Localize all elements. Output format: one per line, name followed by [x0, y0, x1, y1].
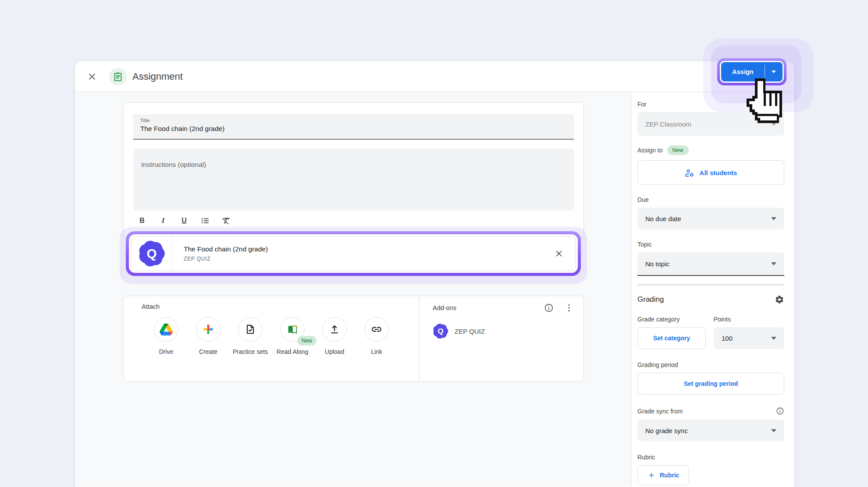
assign-split-button: Assign: [721, 62, 783, 81]
practice-sets-icon: [245, 324, 256, 335]
instructions-field[interactable]: Instructions (optional): [133, 148, 574, 211]
attach-item-label: Read Along: [271, 347, 313, 356]
info-icon[interactable]: [544, 303, 554, 313]
upload-icon: [329, 324, 340, 335]
people-gear-icon: [685, 168, 694, 177]
title-field-label: Title: [140, 118, 567, 123]
grade-sync-select[interactable]: No grade sync: [637, 420, 784, 441]
more-options-icon[interactable]: [564, 303, 574, 313]
add-rubric-button[interactable]: Rubric: [637, 465, 689, 485]
chevron-down-icon: [771, 262, 776, 265]
chevron-down-icon: [771, 429, 776, 432]
set-category-label: Set category: [653, 335, 690, 342]
chevron-down-icon: [771, 123, 776, 126]
attach-item-label: Upload: [313, 347, 356, 356]
assign-button[interactable]: Assign: [721, 62, 765, 81]
assign-to-new-badge: New: [667, 145, 689, 155]
title-field-value: The Food chain (2nd grade): [140, 125, 567, 133]
clipboard-icon: [113, 72, 123, 81]
title-field[interactable]: Title The Food chain (2nd grade): [133, 114, 574, 140]
read-along-button[interactable]: New: [280, 317, 305, 342]
attach-item-label: Link: [356, 347, 398, 356]
due-date-select[interactable]: No due date: [637, 208, 784, 229]
chevron-down-icon: [772, 71, 776, 73]
assignment-dialog-page: Assignment Title The Food chain (2nd gra…: [0, 0, 868, 487]
read-along-icon: [286, 323, 299, 335]
main-content: Title The Food chain (2nd grade) Instruc…: [75, 92, 631, 487]
attachment-title: The Food chain (2nd grade): [184, 245, 554, 253]
drive-button[interactable]: [154, 317, 178, 342]
points-label: Points: [714, 316, 784, 323]
attach-item-label: Drive: [145, 347, 187, 356]
points-select[interactable]: 100: [714, 327, 784, 349]
zep-quiz-logo-icon: Q: [138, 240, 165, 267]
due-date-value: No due date: [645, 215, 681, 222]
grading-period-label: Grading period: [637, 361, 784, 368]
attach-item-read-along: New Read Along: [276, 317, 309, 356]
topic-select[interactable]: No topic: [637, 252, 784, 276]
addon-item-label: ZEP QUIZ: [455, 328, 485, 335]
bulleted-list-icon[interactable]: [200, 215, 210, 226]
page-title: Assignment: [132, 71, 183, 82]
set-grading-period-label: Set grading period: [684, 380, 738, 387]
grading-heading: Grading: [637, 295, 664, 304]
topic-value: No topic: [645, 260, 669, 268]
assignment-type-icon: [109, 68, 127, 85]
grade-sync-label: Grade sync from: [637, 408, 683, 415]
drive-icon: [160, 324, 173, 335]
practice-sets-button[interactable]: [238, 317, 263, 342]
italic-icon[interactable]: I: [158, 215, 168, 226]
grade-sync-value: No grade sync: [645, 427, 688, 434]
bold-icon[interactable]: B: [137, 215, 147, 226]
attach-item-upload: Upload: [318, 317, 351, 356]
attach-item-create: Create: [192, 317, 225, 356]
attach-item-practice-sets: Practice sets: [234, 317, 267, 356]
chevron-down-icon: [771, 337, 776, 340]
addon-item-zep-quiz[interactable]: Q ZEP QUIZ: [433, 323, 574, 339]
underline-icon[interactable]: U: [179, 215, 189, 226]
attachment-highlight-ring: Q The Food chain (2nd grade) ZEP QUIZ: [126, 231, 581, 276]
new-badge: New: [297, 336, 317, 346]
topic-label: Topic: [637, 241, 784, 248]
close-icon[interactable]: [87, 72, 97, 81]
remove-attachment-icon[interactable]: [554, 248, 564, 259]
chevron-down-icon: [771, 217, 776, 220]
clear-formatting-icon[interactable]: [221, 215, 231, 226]
grade-category-label: Grade category: [637, 316, 706, 323]
attached-quiz-card[interactable]: Q The Food chain (2nd grade) ZEP QUIZ: [131, 236, 576, 271]
attach-item-drive: Drive: [149, 317, 183, 356]
attach-addons-panel: Attach: [123, 296, 584, 381]
zep-quiz-logo-icon-small: Q: [433, 323, 448, 339]
link-button[interactable]: [364, 317, 389, 342]
all-students-label: All students: [700, 169, 737, 176]
attach-item-label: Practice sets: [229, 347, 271, 356]
addons-section: Add-ons: [419, 296, 583, 381]
classroom-select-value: ZEP Classroom: [645, 120, 691, 128]
rubric-button-label: Rubric: [660, 472, 679, 479]
attach-item-label: Create: [187, 347, 229, 356]
attachment-logo-cell: Q: [131, 236, 172, 271]
attachment-highlight-glow: Q The Food chain (2nd grade) ZEP QUIZ: [120, 227, 587, 284]
dialog-header: Assignment: [75, 61, 794, 92]
sidebar-divider: [637, 285, 784, 285]
attachment-type: ZEP QUIZ: [184, 256, 554, 262]
upload-button[interactable]: [322, 317, 347, 342]
svg-text:Q: Q: [438, 327, 443, 335]
assign-dropdown-button[interactable]: [765, 62, 783, 81]
create-button[interactable]: [196, 317, 221, 342]
plus-icon: [647, 471, 655, 479]
assign-to-label: Assign to: [637, 147, 663, 154]
attach-heading: Attach: [142, 303, 419, 310]
gear-icon[interactable]: [775, 295, 784, 304]
info-icon[interactable]: [776, 407, 784, 415]
attach-section: Attach: [124, 296, 419, 381]
set-category-button[interactable]: Set category: [637, 327, 706, 349]
classroom-select[interactable]: ZEP Classroom: [637, 112, 784, 136]
due-label: Due: [637, 196, 784, 203]
all-students-button[interactable]: All students: [637, 160, 784, 185]
assign-highlight-ring: Assign: [717, 58, 786, 85]
assignment-form: Title The Food chain (2nd grade) Instruc…: [123, 102, 584, 238]
settings-sidebar: For ZEP Classroom Assign to New All stud…: [631, 92, 794, 487]
addons-heading: Add-ons: [433, 304, 456, 311]
set-grading-period-button[interactable]: Set grading period: [637, 373, 784, 395]
